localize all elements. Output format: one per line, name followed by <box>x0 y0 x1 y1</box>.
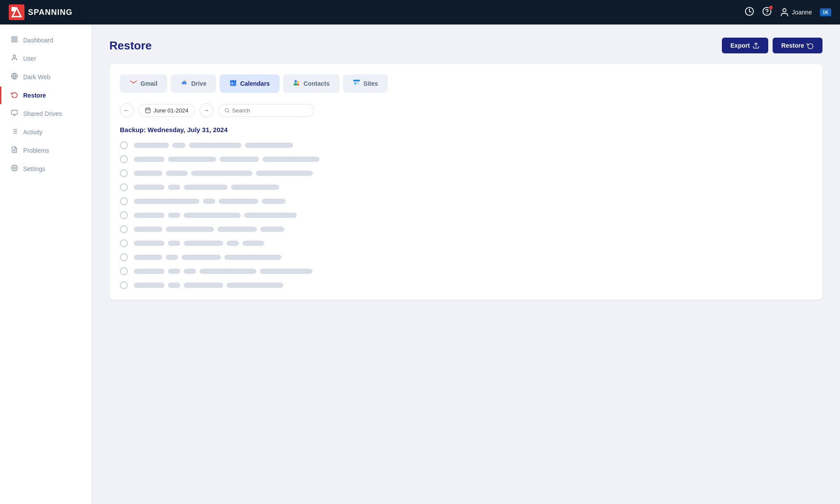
skeleton-bar <box>262 157 319 162</box>
drive-tab-icon <box>180 79 188 88</box>
svg-rect-9 <box>12 40 14 42</box>
skeleton-bar <box>260 227 284 232</box>
sidebar-item-darkweb[interactable]: Dark Web <box>0 68 91 86</box>
svg-rect-36 <box>353 80 360 81</box>
svg-point-33 <box>294 80 297 83</box>
sidebar-item-activity[interactable]: Activity <box>0 123 91 141</box>
tab-calendars[interactable]: Calendars <box>220 74 280 93</box>
svg-rect-38 <box>357 82 359 83</box>
skeleton-bar <box>168 283 180 288</box>
svg-rect-2 <box>11 7 16 11</box>
tab-sites[interactable]: Sites <box>343 74 388 93</box>
svg-rect-14 <box>11 110 17 114</box>
calendar-row <box>120 155 812 163</box>
sidebar-label-settings: Settings <box>23 165 46 172</box>
svg-rect-32 <box>231 83 233 84</box>
restore-label: Restore <box>781 42 804 49</box>
radio-button[interactable] <box>120 155 128 163</box>
radio-button[interactable] <box>120 169 128 177</box>
radio-button[interactable] <box>120 281 128 289</box>
drive-icon <box>180 79 188 87</box>
search-box[interactable] <box>218 104 314 117</box>
calendar-row <box>120 169 812 177</box>
svg-rect-8 <box>15 37 17 39</box>
tab-gmail[interactable]: Gmail <box>120 74 167 93</box>
calendar-icon <box>145 107 151 113</box>
svg-rect-29 <box>230 80 236 82</box>
skeleton-bar <box>184 269 196 274</box>
sidebar-item-shared-drives[interactable]: Shared Drives <box>0 105 91 122</box>
date-chip[interactable]: June 01-2024 <box>138 104 195 117</box>
search-icon <box>224 108 230 113</box>
skeleton-bar <box>134 283 164 288</box>
user-area[interactable]: Joanne <box>780 7 812 17</box>
calendar-row <box>120 267 812 275</box>
next-date-button[interactable]: → <box>200 103 214 117</box>
radio-button[interactable] <box>120 197 128 205</box>
gmail-icon <box>130 79 137 87</box>
skeleton-bar <box>217 227 257 232</box>
calendar-row <box>120 239 812 247</box>
sidebar-label-user: User <box>23 55 36 62</box>
radio-button[interactable] <box>120 211 128 219</box>
layout: Dashboard User Dark Web Restore Shared D… <box>0 24 840 504</box>
skeleton-bar <box>224 255 281 260</box>
backup-title: Backup: Wednesday, July 31, 2024 <box>120 126 812 133</box>
restore-button[interactable]: Restore <box>773 38 822 53</box>
sidebar-item-settings[interactable]: Settings <box>0 160 91 178</box>
sidebar-label-problems: Problems <box>23 147 49 154</box>
logo[interactable]: SPANNING <box>9 4 73 20</box>
skeleton-bar <box>134 241 164 246</box>
radio-button[interactable] <box>120 225 128 233</box>
shared-drives-icon <box>10 109 19 118</box>
radio-button[interactable] <box>120 183 128 191</box>
skeleton-bar <box>242 241 264 246</box>
page-title: Restore <box>109 39 152 52</box>
skeleton-bar <box>168 213 180 218</box>
skeleton-bar <box>184 213 241 218</box>
prev-date-button[interactable]: ← <box>120 103 134 117</box>
svg-rect-37 <box>354 82 356 84</box>
sidebar-item-dashboard[interactable]: Dashboard <box>0 32 91 49</box>
export-button[interactable]: Export <box>722 38 768 53</box>
skeleton-bar <box>227 241 239 246</box>
toolbar: ← June 01-2024 → <box>120 103 812 117</box>
help-icon[interactable] <box>762 7 772 18</box>
sidebar-label-activity: Activity <box>23 129 42 136</box>
skeleton-bar <box>244 213 297 218</box>
skeleton-bar <box>191 171 252 176</box>
radio-button[interactable] <box>120 267 128 275</box>
svg-rect-10 <box>15 40 17 42</box>
sidebar-item-restore[interactable]: Restore <box>0 87 91 104</box>
radio-button[interactable] <box>120 253 128 261</box>
skeleton-group <box>134 199 286 204</box>
k-badge[interactable]: 1K <box>820 8 831 16</box>
calendars-tab-icon <box>229 79 237 88</box>
history-icon[interactable] <box>745 7 754 18</box>
settings-icon <box>10 164 19 173</box>
skeleton-bar <box>134 213 164 218</box>
skeleton-group <box>134 255 281 260</box>
tab-drive[interactable]: Drive <box>171 74 216 93</box>
calendar-list <box>120 141 812 289</box>
svg-rect-39 <box>357 84 359 84</box>
sidebar-item-problems[interactable]: Problems <box>0 142 91 159</box>
page-header: Restore Export Restore <box>109 38 822 53</box>
topnav: SPANNING Joanne 1K <box>0 0 840 24</box>
contacts-tab-icon <box>293 79 301 88</box>
skeleton-bar <box>166 255 178 260</box>
calendar-row <box>120 253 812 261</box>
skeleton-bar <box>200 269 256 274</box>
skeleton-bar <box>256 171 313 176</box>
radio-button[interactable] <box>120 239 128 247</box>
skeleton-bar <box>166 171 188 176</box>
sidebar-item-user[interactable]: User <box>0 50 91 67</box>
svg-line-45 <box>228 111 229 112</box>
user-avatar-icon <box>780 7 789 17</box>
tab-contacts[interactable]: Contacts <box>283 74 340 93</box>
skeleton-bar <box>166 227 214 232</box>
date-label: June 01-2024 <box>154 107 189 114</box>
radio-button[interactable] <box>120 141 128 149</box>
gmail-tab-icon <box>130 79 137 88</box>
search-input[interactable] <box>232 107 307 114</box>
